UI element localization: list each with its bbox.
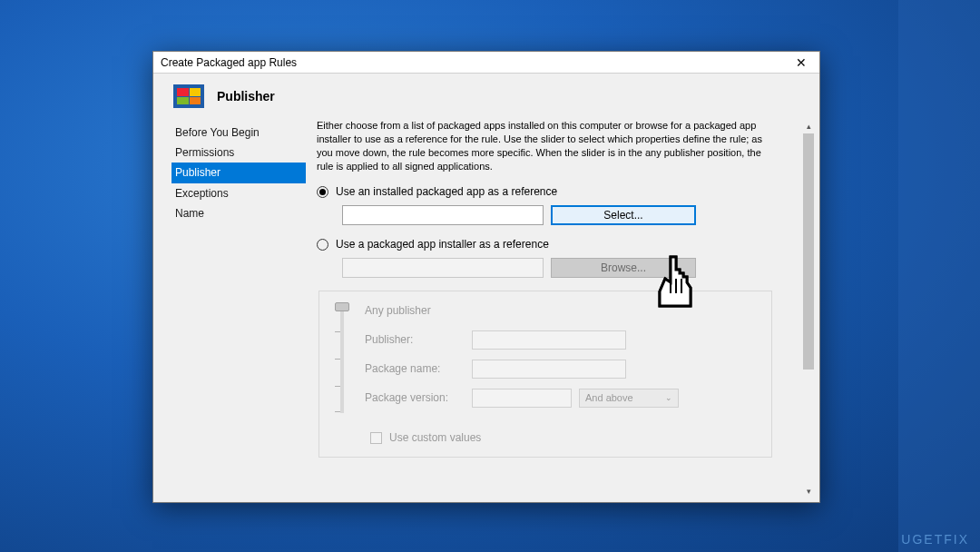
sidebar-item-permissions[interactable]: Permissions bbox=[172, 143, 306, 163]
browse-button: Browse... bbox=[551, 258, 696, 278]
package-version-input bbox=[472, 389, 572, 408]
installed-app-reference-input[interactable] bbox=[342, 205, 544, 225]
wizard-header: Publisher bbox=[153, 74, 819, 115]
radio-icon bbox=[317, 186, 328, 198]
radio-installer-label: Use a packaged app installer as a refere… bbox=[336, 238, 549, 251]
combo-value: And above bbox=[585, 392, 633, 403]
close-button[interactable]: ✕ bbox=[783, 52, 819, 73]
publisher-icon bbox=[173, 84, 204, 108]
publisher-input bbox=[472, 330, 626, 350]
scroll-up-icon[interactable]: ▴ bbox=[801, 119, 816, 133]
sidebar-item-before-you-begin[interactable]: Before You Begin bbox=[172, 123, 306, 143]
sidebar-item-name[interactable]: Name bbox=[172, 203, 306, 223]
field-label-package-name: Package name: bbox=[365, 362, 472, 375]
rule-slider[interactable] bbox=[328, 301, 356, 419]
scroll-track[interactable] bbox=[801, 133, 816, 484]
window-title: Create Packaged app Rules bbox=[161, 56, 297, 69]
use-custom-values-checkbox: Use custom values bbox=[370, 431, 759, 444]
sidebar-item-exceptions[interactable]: Exceptions bbox=[172, 183, 306, 203]
sidebar-item-publisher[interactable]: Publisher bbox=[172, 163, 306, 182]
package-name-input bbox=[472, 360, 626, 379]
radio-installed-app[interactable]: Use an installed packaged app as a refer… bbox=[317, 185, 792, 198]
checkbox-icon bbox=[370, 432, 382, 444]
use-custom-label: Use custom values bbox=[389, 431, 481, 444]
page-title: Publisher bbox=[217, 89, 275, 104]
installer-reference-input bbox=[342, 258, 544, 278]
titlebar[interactable]: Create Packaged app Rules ✕ bbox=[153, 52, 819, 74]
radio-installed-label: Use an installed packaged app as a refer… bbox=[336, 185, 557, 198]
dialog-window: Create Packaged app Rules ✕ Publisher Be… bbox=[152, 51, 820, 503]
wizard-sidebar: Before You Begin Permissions Publisher E… bbox=[153, 115, 306, 502]
close-icon: ✕ bbox=[796, 55, 807, 70]
watermark: UGETFIX bbox=[901, 532, 969, 547]
radio-installer[interactable]: Use a packaged app installer as a refere… bbox=[317, 238, 792, 251]
rule-properties-group: Any publisher Publisher: Package name: P… bbox=[318, 291, 772, 458]
chevron-down-icon: ⌄ bbox=[665, 393, 672, 402]
scroll-down-icon[interactable]: ▾ bbox=[801, 484, 816, 498]
description-text: Either choose from a list of packaged ap… bbox=[317, 119, 779, 172]
field-label-package-version: Package version: bbox=[365, 391, 472, 404]
scroll-thumb[interactable] bbox=[803, 133, 814, 370]
select-button[interactable]: Select... bbox=[551, 205, 696, 225]
slider-thumb-icon bbox=[335, 302, 349, 311]
slider-label-any-publisher: Any publisher bbox=[365, 304, 472, 317]
version-comparison-combo: And above ⌄ bbox=[579, 389, 679, 408]
radio-icon bbox=[317, 239, 328, 251]
wizard-content: Either choose from a list of packaged ap… bbox=[306, 115, 819, 502]
content-scrollbar[interactable]: ▴ ▾ bbox=[801, 119, 816, 498]
field-label-publisher: Publisher: bbox=[365, 333, 472, 346]
desktop-stripe bbox=[898, 0, 980, 552]
